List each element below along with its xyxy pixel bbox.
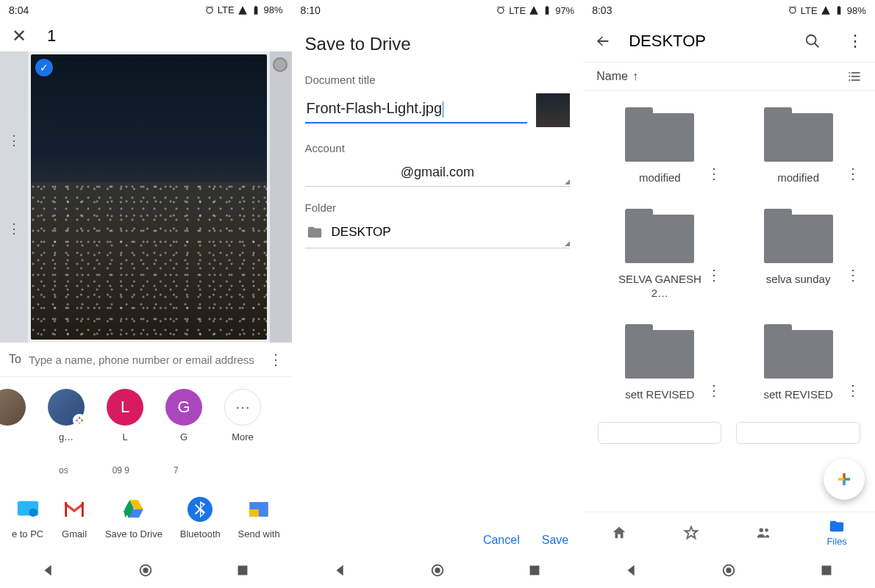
signal-icon [821, 5, 831, 15]
folder-selector[interactable]: DESKTOP [305, 221, 571, 248]
nav-back-icon[interactable] [624, 562, 640, 578]
app-share-to-pc[interactable]: e to PC [12, 496, 43, 539]
status-time: 8:03 [592, 4, 612, 16]
item-more-icon[interactable]: ⋮ [846, 381, 860, 399]
doc-title-label: Document title [305, 74, 571, 86]
contact-item[interactable]: g… [37, 389, 96, 442]
android-navbar [0, 553, 292, 588]
nav-home[interactable] [611, 525, 627, 541]
item-more-icon[interactable]: ⋮ [846, 165, 860, 182]
fab-add-button[interactable] [824, 459, 865, 500]
folder-item[interactable]: modified⋮ [592, 98, 727, 194]
arrow-up-icon: ↑ [632, 70, 638, 83]
screen-share-sheet: 8:04 LTE 98% ✕ 1 ⋮ ⋮ ✓ To ⋮ [0, 0, 292, 588]
nav-starred[interactable] [683, 525, 699, 541]
alarm-icon [788, 5, 798, 15]
alarm-icon [204, 5, 215, 15]
avatar-letter: G [165, 389, 202, 426]
nav-recent-icon[interactable] [526, 562, 543, 578]
unselected-circle-icon [273, 57, 288, 72]
nav-shared[interactable] [755, 525, 771, 541]
folder-label: Folder [305, 201, 571, 214]
more-contacts-button[interactable]: ⋯ More [213, 389, 272, 442]
app-bluetooth[interactable]: Bluetooth [180, 496, 221, 539]
recipient-input[interactable] [29, 354, 261, 366]
folder-item[interactable]: sett REVISED⋮ [730, 315, 865, 411]
folders-grid: modified⋮ modified⋮ SELVA GANESH 2…⋮ sel… [583, 91, 875, 512]
nav-files[interactable]: Files [826, 518, 846, 547]
status-battery: 98% [847, 5, 866, 16]
item-more-icon[interactable]: ⋮ [707, 266, 721, 284]
screen-save-to-drive: 8:10 LTE 97% Save to Drive Document titl… [292, 0, 584, 588]
battery-icon [542, 5, 552, 15]
android-navbar [292, 553, 584, 588]
svg-point-1 [29, 509, 37, 517]
battery-icon [834, 5, 844, 15]
folder-item[interactable]: selva sunday⋮ [730, 200, 865, 309]
bluetooth-icon [187, 496, 213, 523]
svg-point-15 [726, 567, 732, 573]
folder-item[interactable]: modified⋮ [730, 98, 865, 194]
folder-item[interactable]: SELVA GANESH 2…⋮ [592, 200, 727, 309]
item-more-icon[interactable]: ⋮ [707, 381, 721, 399]
svg-point-13 [765, 528, 768, 532]
nav-back-icon[interactable] [332, 562, 349, 578]
status-time: 8:10 [301, 4, 321, 16]
status-battery: 97% [555, 5, 574, 16]
status-network: LTE [218, 4, 235, 15]
screen-drive-folder: 8:03 LTE 98% DESKTOP ⋮ Name ↑ modified⋮ … [583, 0, 875, 588]
status-network: LTE [801, 5, 818, 16]
app-send-with[interactable]: Send with [238, 496, 280, 539]
search-icon[interactable] [804, 33, 821, 49]
app-save-to-drive[interactable]: Save to Drive [105, 496, 162, 539]
check-icon: ✓ [35, 59, 53, 76]
folder-stub[interactable] [736, 422, 860, 444]
photo-selection-area: ⋮ ⋮ ✓ [0, 51, 292, 343]
people-icon [755, 525, 771, 541]
status-bar: 8:10 LTE 97% [292, 0, 584, 21]
save-button[interactable]: Save [542, 534, 568, 547]
item-more-icon[interactable]: ⋮ [707, 165, 721, 182]
folder-icon [625, 107, 694, 162]
contact-item[interactable]: L L [96, 389, 154, 442]
app-bar: DESKTOP ⋮ [583, 21, 875, 62]
close-button[interactable]: ✕ [12, 26, 26, 46]
alarm-icon [496, 5, 506, 15]
dropdown-icon [565, 241, 570, 246]
nav-back-icon[interactable] [40, 562, 57, 578]
nav-home-icon[interactable] [429, 562, 446, 578]
folder-icon [764, 107, 833, 162]
photo-strip-left[interactable]: ⋮ ⋮ [0, 51, 28, 343]
contact-item[interactable] [0, 389, 37, 431]
nav-home-icon[interactable] [138, 562, 154, 578]
folder-icon [307, 224, 323, 240]
dialog-title: Save to Drive [292, 21, 584, 69]
folder-item[interactable]: sett REVISED⋮ [592, 315, 727, 411]
overflow-icon[interactable]: ⋮ [847, 32, 863, 51]
back-icon[interactable] [595, 33, 611, 49]
list-view-icon[interactable] [847, 69, 862, 84]
sort-label: Name [596, 70, 628, 83]
svg-point-9 [435, 567, 440, 573]
android-navbar [583, 553, 875, 588]
doc-title-input[interactable]: Front-Flash-Light.jpg [305, 97, 528, 123]
item-more-icon[interactable]: ⋮ [846, 266, 860, 284]
folder-icon [829, 518, 845, 534]
cancel-button[interactable]: Cancel [483, 534, 520, 547]
contact-item[interactable]: G G [154, 389, 213, 442]
nav-recent-icon[interactable] [235, 562, 251, 578]
status-battery: 98% [264, 4, 283, 15]
battery-icon [251, 5, 261, 15]
plus-icon [834, 469, 854, 490]
nav-home-icon[interactable] [721, 562, 737, 578]
folder-stub[interactable] [598, 422, 721, 444]
folder-icon [625, 324, 694, 379]
photo-strip-right[interactable] [270, 51, 292, 343]
sort-row[interactable]: Name ↑ [583, 62, 875, 91]
more-icon[interactable]: ⋮ [268, 351, 283, 368]
nav-recent-icon[interactable] [818, 562, 835, 578]
app-gmail[interactable]: Gmail [61, 496, 88, 539]
signal-icon [238, 5, 248, 15]
account-selector[interactable]: @gmail.com [305, 162, 571, 187]
selected-photo[interactable]: ✓ [31, 54, 267, 340]
